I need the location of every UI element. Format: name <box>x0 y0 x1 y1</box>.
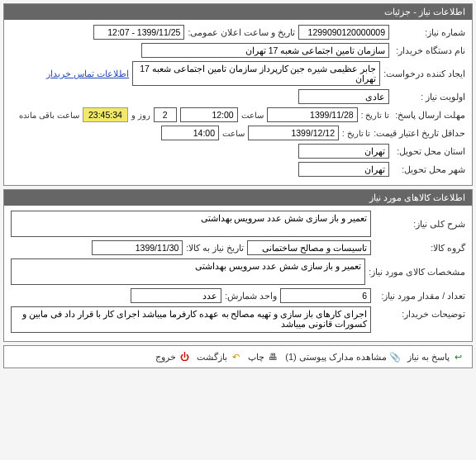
min-validity-date-field: 1399/12/12 <box>248 126 339 140</box>
back-button[interactable]: ↶ بازگشت <box>197 351 241 363</box>
row-request-no: شماره نیاز: 1299090120000009 تاریخ و ساع… <box>11 25 465 40</box>
goods-info-body: شرح کلی نیاز: تعمیر و باز سازی شش عدد سر… <box>4 206 472 341</box>
contact-link[interactable]: اطلاعات تماس خریدار <box>46 69 129 78</box>
goods-info-section: اطلاعات کالاهای مورد نیاز شرح کلی نیاز: … <box>3 189 473 342</box>
city-label: شهر محل تحویل: <box>393 164 465 174</box>
print-icon: 🖶 <box>267 351 278 363</box>
goods-info-header: اطلاعات کالاهای مورد نیاز <box>4 190 472 206</box>
paperclip-icon: 📎 <box>389 351 401 363</box>
need-date-label: تاریخ نیاز به کالا: <box>186 243 244 253</box>
reply-label: پاسخ به نیاز <box>407 352 450 363</box>
row-desc: شرح کلی نیاز: تعمیر و باز سازی شش عدد سر… <box>11 211 465 237</box>
request-no-label: شماره نیاز: <box>393 27 465 37</box>
announce-label: تاریخ و ساعت اعلان عمومی: <box>188 27 295 37</box>
action-toolbar: ↩ پاسخ به نیاز 📎 مشاهده مدارک پیوستی (1)… <box>3 345 473 368</box>
notes-label: توضیحات خریدار: <box>374 306 465 319</box>
min-validity-label: حداقل تاریخ اعتبار قیمت: <box>374 128 465 138</box>
until-label-2: تا تاریخ : <box>342 129 370 138</box>
deadline-date-field: 1399/11/28 <box>267 107 358 122</box>
spec-field: تعمیر و باز سازی شش عدد سرویس بهداشتی <box>11 258 365 285</box>
row-spec: مشخصات کالای مورد نیاز: تعمیر و باز سازی… <box>11 258 465 285</box>
province-label: استان محل تحویل: <box>393 146 465 156</box>
need-info-header: اطلاعات نیاز - جزئیات <box>4 4 472 20</box>
city-field: تهران <box>298 162 389 177</box>
print-label: چاپ <box>248 352 264 363</box>
priority-field: عادی <box>298 89 389 104</box>
time-label-1: ساعت <box>241 111 264 120</box>
reply-icon: ↩ <box>452 351 464 363</box>
need-date-field: 1399/11/30 <box>92 240 183 255</box>
attachments-button[interactable]: 📎 مشاهده مدارک پیوستی (1) <box>285 351 401 363</box>
row-city: شهر محل تحویل: تهران <box>11 162 465 177</box>
back-label: بازگشت <box>197 352 227 363</box>
deadline-time-field: 12:00 <box>180 107 238 122</box>
buyer-org-label: نام دستگاه خریدار: <box>393 45 465 55</box>
unit-count-label: واحد شمارش: <box>225 291 277 301</box>
countdown-field: 23:45:34 <box>83 107 128 122</box>
attachments-label: مشاهده مدارک پیوستی (1) <box>285 352 387 363</box>
group-field: تاسیسات و مصالح ساختمانی <box>247 240 371 255</box>
deadline-label: مهلت ارسال پاسخ: <box>393 110 465 120</box>
row-creator: ایجاد کننده درخواست: جابر عظیمی شیره جین… <box>11 61 465 86</box>
province-field: تهران <box>298 144 389 159</box>
group-label: گروه کالا: <box>374 243 465 253</box>
notes-field: اجرای کارهای باز سازی و تهیه مصالح به عه… <box>11 306 371 333</box>
days-field: 2 <box>154 107 177 122</box>
exit-button[interactable]: ⏻ خروج <box>155 351 190 363</box>
row-min-validity: حداقل تاریخ اعتبار قیمت: تا تاریخ : 1399… <box>11 126 465 140</box>
undo-icon: ↶ <box>230 351 241 363</box>
announce-field: 1399/11/25 - 12:07 <box>93 25 184 40</box>
exit-label: خروج <box>155 352 176 363</box>
qty-label: تعداد / مقدار مورد نیاز: <box>374 291 465 301</box>
time-label-2: ساعت <box>222 129 245 138</box>
reply-button[interactable]: ↩ پاسخ به نیاز <box>407 351 464 363</box>
row-buyer-org: نام دستگاه خریدار: سازمان تامین اجتماعی … <box>11 43 465 58</box>
row-priority: اولویت نیاز : عادی <box>11 89 465 104</box>
request-no-field: 1299090120000009 <box>298 25 389 40</box>
print-button[interactable]: 🖶 چاپ <box>248 351 278 363</box>
until-label: تا تاریخ : <box>361 111 389 120</box>
qty-field: 6 <box>280 288 371 303</box>
unit-count-field: عدد <box>131 288 221 303</box>
min-validity-time-field: 14:00 <box>161 126 219 140</box>
need-info-section: اطلاعات نیاز - جزئیات شماره نیاز: 129909… <box>3 3 473 186</box>
row-qty: تعداد / مقدار مورد نیاز: 6 واحد شمارش: ع… <box>11 288 465 303</box>
exit-icon: ⏻ <box>178 351 190 363</box>
row-group: گروه کالا: تاسیسات و مصالح ساختمانی تاری… <box>11 240 465 255</box>
creator-field: جابر عظیمی شیره جین کارپرداز سازمان تامی… <box>132 61 380 86</box>
row-notes: توضیحات خریدار: اجرای کارهای باز سازی و … <box>11 306 465 333</box>
buyer-org-field: سازمان تامین اجتماعی شعبه 17 تهران <box>141 43 389 58</box>
desc-field: تعمیر و باز سازی شش عدد سرویس بهداشتی <box>11 211 371 237</box>
row-deadline: مهلت ارسال پاسخ: تا تاریخ : 1399/11/28 س… <box>11 107 465 122</box>
priority-label: اولویت نیاز : <box>393 92 465 102</box>
need-info-body: شماره نیاز: 1299090120000009 تاریخ و ساع… <box>4 20 472 185</box>
spec-label: مشخصات کالای مورد نیاز: <box>369 267 465 277</box>
creator-label: ایجاد کننده درخواست: <box>383 69 465 78</box>
row-province: استان محل تحویل: تهران <box>11 144 465 159</box>
desc-label: شرح کلی نیاز: <box>374 219 465 229</box>
days-label: روز و <box>131 111 150 120</box>
remaining-label: ساعت باقی مانده <box>19 111 79 120</box>
